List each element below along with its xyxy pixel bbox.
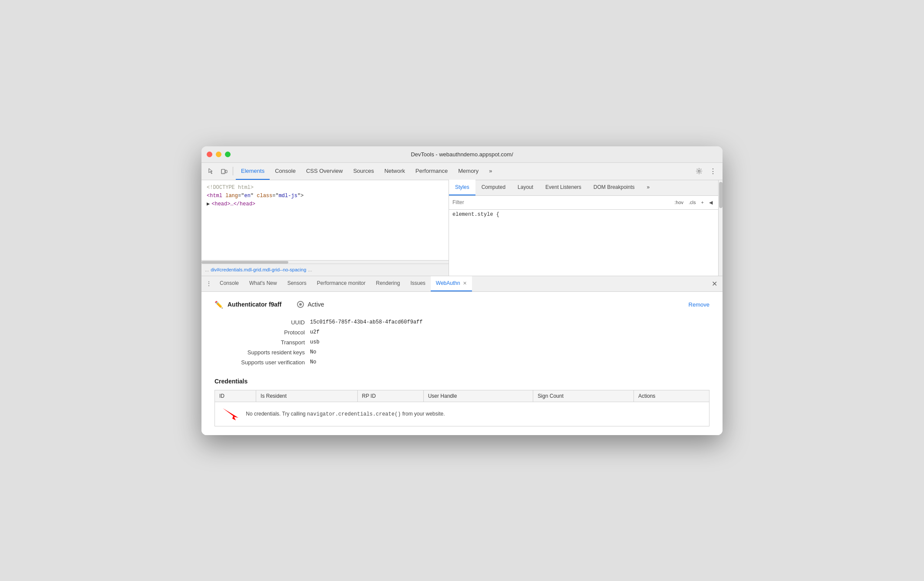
drawer-close-button[interactable]: ✕ (708, 280, 721, 288)
uuid-value: 15c01f56-785f-43b4-ab58-4facd60f9aff (310, 319, 422, 325)
radio-inner-dot (299, 303, 302, 306)
styles-filter-input[interactable] (452, 199, 670, 205)
col-user-handle: User Handle (423, 390, 533, 402)
no-credentials-code: navigator.credentials.create() (307, 411, 401, 417)
tab-elements[interactable]: Elements (236, 162, 270, 180)
no-credentials-cell: No credentials. Try calling navigator.cr… (215, 402, 710, 426)
drawer-tab-issues[interactable]: Issues (405, 276, 431, 292)
credentials-table: ID Is Resident RP ID User Handle Sign Co… (214, 390, 710, 426)
hov-button[interactable]: :hov (672, 199, 686, 206)
tab-performance[interactable]: Performance (410, 162, 453, 180)
protocol-value: u2f (310, 329, 320, 335)
webauthn-tab-label: WebAuthn (436, 280, 460, 286)
no-credentials-row: No credentials. Try calling navigator.cr… (215, 402, 710, 426)
minimize-button[interactable] (216, 152, 221, 157)
styles-filter-bar: :hov .cls + ◀ (449, 196, 718, 210)
authenticator-name: Authenticator f9aff (228, 301, 281, 308)
authenticator-header: ✏️ Authenticator f9aff Active Remove (214, 300, 710, 309)
more-options-button[interactable]: ⋮ (707, 165, 719, 177)
device-toolbar-button[interactable] (218, 165, 230, 177)
tab-styles[interactable]: Styles (449, 180, 475, 195)
scrollbar-thumb (719, 182, 723, 208)
auth-title: ✏️ Authenticator f9aff (214, 300, 281, 309)
styles-panel: Styles Computed Layout Event Listeners D… (449, 180, 718, 276)
auth-properties: UUID 15c01f56-785f-43b4-ab58-4facd60f9af… (214, 317, 710, 367)
tab-memory[interactable]: Memory (453, 162, 484, 180)
html-tag-line[interactable]: <html lang="en" class="mdl-js"> (203, 192, 447, 200)
tab-sources[interactable]: Sources (348, 162, 379, 180)
active-indicator: Active (297, 301, 324, 308)
active-label: Active (307, 301, 324, 308)
drawer-tab-console[interactable]: Console (214, 276, 244, 292)
class-attr-value: mdl-js (279, 193, 297, 199)
main-split: <!DOCTYPE html> <html lang="en" class="m… (201, 180, 723, 276)
styles-content: element.style { (449, 210, 718, 219)
styles-filter-buttons: :hov .cls + ◀ (672, 199, 715, 206)
settings-button[interactable] (693, 165, 705, 177)
html-tag-name: html (210, 193, 222, 199)
device-icon (221, 168, 228, 175)
drawer-tab-rendering[interactable]: Rendering (371, 276, 405, 292)
elements-tree: <!DOCTYPE html> <html lang="en" class="m… (201, 180, 449, 260)
credentials-title: Credentials (214, 378, 710, 385)
cls-button[interactable]: .cls (686, 199, 698, 206)
doctype-line: <!DOCTYPE html> (203, 184, 447, 192)
maximize-button[interactable] (225, 152, 231, 157)
drawer-tab-webauthn[interactable]: WebAuthn ✕ (431, 276, 472, 292)
new-style-rule-button[interactable]: + (699, 199, 706, 206)
tab-network[interactable]: Network (379, 162, 410, 180)
bottom-drawer: ⋮ Console What's New Sensors Performance… (201, 276, 723, 435)
col-id: ID (215, 390, 256, 402)
protocol-label: Protocol (214, 329, 310, 336)
drawer-tab-whats-new[interactable]: What's New (244, 276, 282, 292)
cursor-icon (208, 168, 214, 175)
devtools-tabs: Elements Console CSS Overview Sources Ne… (236, 162, 497, 180)
tab-dom-breakpoints[interactable]: DOM Breakpoints (587, 180, 641, 195)
breadcrumb-prefix: ... (205, 267, 209, 272)
breadcrumb-bar: ... div#credentials.mdl-grid.mdl-grid--n… (201, 264, 449, 276)
svg-point-3 (698, 170, 700, 172)
head-tag: <head>…</head> (211, 201, 255, 207)
styles-more-tab[interactable]: » (641, 180, 656, 195)
protocol-row: Protocol u2f (214, 327, 710, 337)
breadcrumb-item[interactable]: div#credentials.mdl-grid.mdl-grid--no-sp… (211, 267, 306, 272)
inspect-element-button[interactable] (205, 165, 217, 177)
webauthn-tab-close[interactable]: ✕ (463, 281, 467, 286)
drawer-tab-perf-monitor[interactable]: Performance monitor (312, 276, 371, 292)
tab-computed[interactable]: Computed (475, 180, 512, 195)
close-button[interactable] (207, 152, 212, 157)
devtools-toolbar: Elements Console CSS Overview Sources Ne… (201, 163, 723, 180)
col-is-resident: Is Resident (256, 390, 357, 402)
force-element-state-button[interactable]: ◀ (707, 199, 715, 206)
drawer-three-dots-button[interactable]: ⋮ (203, 280, 214, 287)
col-rp-id: RP ID (357, 390, 423, 402)
col-sign-count: Sign Count (533, 390, 634, 402)
toolbar-separator (233, 167, 233, 175)
head-triangle: ▶ (207, 201, 210, 207)
remove-button[interactable]: Remove (689, 301, 710, 308)
tab-layout[interactable]: Layout (512, 180, 539, 195)
svg-point-2 (223, 173, 223, 173)
uuid-row: UUID 15c01f56-785f-43b4-ab58-4facd60f9af… (214, 317, 710, 327)
horizontal-scrollbar[interactable] (201, 260, 449, 264)
tab-event-listeners[interactable]: Event Listeners (539, 180, 587, 195)
breadcrumb-more: ... (308, 267, 312, 272)
no-credentials-suffix: from your website. (401, 410, 445, 416)
breadcrumb-text: div#credentials.mdl-grid.mdl-grid--no-sp… (211, 267, 306, 272)
transport-label: Transport (214, 339, 310, 346)
edit-icon[interactable]: ✏️ (214, 300, 223, 309)
uuid-label: UUID (214, 319, 310, 326)
lang-attr-name: lang (225, 193, 238, 199)
right-pane-scrollbar[interactable] (718, 180, 723, 276)
transport-value: usb (310, 339, 320, 345)
tab-more[interactable]: » (484, 162, 497, 180)
head-line[interactable]: ▶<head>…</head> (203, 200, 447, 208)
tab-css-overview[interactable]: CSS Overview (301, 162, 348, 180)
drawer-tabs: ⋮ Console What's New Sensors Performance… (201, 276, 723, 292)
tab-console[interactable]: Console (270, 162, 301, 180)
gear-icon (696, 168, 703, 175)
drawer-tab-sensors[interactable]: Sensors (282, 276, 312, 292)
devtools-window: DevTools - webauthndemo.appspot.com/ Ele… (201, 146, 723, 435)
active-radio[interactable] (297, 301, 304, 308)
transport-row: Transport usb (214, 337, 710, 347)
